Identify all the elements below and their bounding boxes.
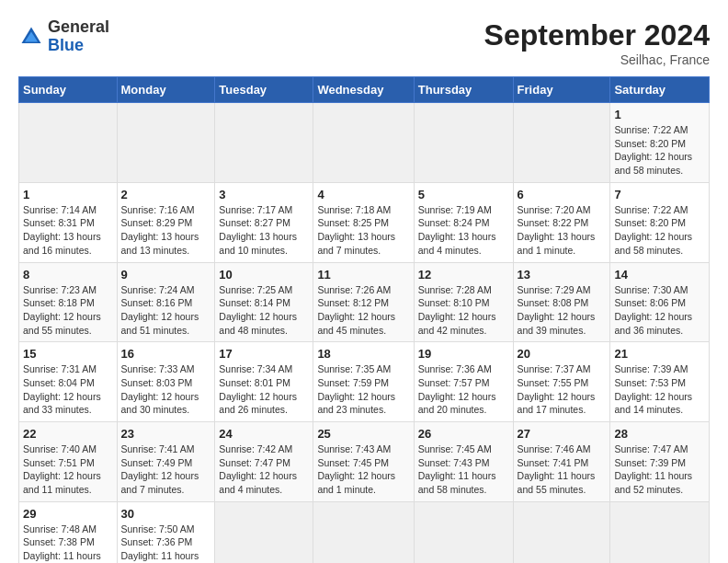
logo-blue-text: Blue bbox=[48, 36, 84, 54]
day-info: Sunrise: 7:23 AMSunset: 8:18 PMDaylight:… bbox=[23, 284, 101, 336]
calendar-cell: 22Sunrise: 7:40 AMSunset: 7:51 PMDayligh… bbox=[19, 422, 118, 502]
calendar-cell: 3Sunrise: 7:17 AMSunset: 8:27 PMDaylight… bbox=[215, 182, 313, 262]
day-info: Sunrise: 7:39 AMSunset: 7:53 PMDaylight:… bbox=[614, 363, 692, 415]
calendar-cell: 26Sunrise: 7:45 AMSunset: 7:43 PMDayligh… bbox=[414, 422, 513, 502]
calendar-table: SundayMondayTuesdayWednesdayThursdayFrid… bbox=[18, 76, 710, 563]
day-number: 11 bbox=[317, 268, 409, 282]
calendar-cell: 20Sunrise: 7:37 AMSunset: 7:55 PMDayligh… bbox=[513, 342, 610, 422]
day-number: 22 bbox=[23, 427, 113, 441]
calendar-cell bbox=[313, 103, 414, 183]
day-number: 1 bbox=[614, 108, 705, 121]
calendar-cell: 28Sunrise: 7:47 AMSunset: 7:39 PMDayligh… bbox=[610, 422, 710, 502]
day-info: Sunrise: 7:33 AMSunset: 8:03 PMDaylight:… bbox=[121, 363, 199, 415]
day-info: Sunrise: 7:24 AMSunset: 8:16 PMDaylight:… bbox=[121, 284, 199, 336]
day-number: 6 bbox=[518, 188, 607, 201]
calendar-cell: 6Sunrise: 7:20 AMSunset: 8:22 PMDaylight… bbox=[513, 182, 610, 262]
day-number: 4 bbox=[317, 188, 409, 201]
day-number: 2 bbox=[121, 188, 211, 201]
day-number: 7 bbox=[614, 188, 705, 201]
calendar-cell: 30Sunrise: 7:50 AMSunset: 7:36 PMDayligh… bbox=[117, 501, 215, 563]
day-info: Sunrise: 7:43 AMSunset: 7:45 PMDaylight:… bbox=[317, 443, 395, 495]
logo: General Blue bbox=[18, 18, 109, 55]
calendar-cell: 7Sunrise: 7:22 AMSunset: 8:20 PMDaylight… bbox=[610, 182, 710, 262]
calendar-cell: 13Sunrise: 7:29 AMSunset: 8:08 PMDayligh… bbox=[513, 262, 610, 342]
day-number: 30 bbox=[121, 507, 211, 521]
day-number: 8 bbox=[23, 268, 113, 282]
day-info: Sunrise: 7:48 AMSunset: 7:38 PMDaylight:… bbox=[23, 523, 101, 563]
weekday-header-row: SundayMondayTuesdayWednesdayThursdayFrid… bbox=[19, 77, 710, 103]
calendar-cell: 11Sunrise: 7:26 AMSunset: 8:12 PMDayligh… bbox=[313, 262, 414, 342]
day-number: 16 bbox=[121, 347, 211, 361]
calendar-cell: 24Sunrise: 7:42 AMSunset: 7:47 PMDayligh… bbox=[215, 422, 313, 502]
calendar-cell: 23Sunrise: 7:41 AMSunset: 7:49 PMDayligh… bbox=[117, 422, 215, 502]
calendar-cell: 1Sunrise: 7:22 AMSunset: 8:20 PMDaylight… bbox=[610, 103, 710, 183]
day-info: Sunrise: 7:25 AMSunset: 8:14 PMDaylight:… bbox=[219, 284, 297, 336]
day-number: 1 bbox=[23, 188, 113, 201]
calendar-cell: 12Sunrise: 7:28 AMSunset: 8:10 PMDayligh… bbox=[414, 262, 513, 342]
calendar-cell: 18Sunrise: 7:35 AMSunset: 7:59 PMDayligh… bbox=[313, 342, 414, 422]
calendar-week-row: 15Sunrise: 7:31 AMSunset: 8:04 PMDayligh… bbox=[19, 342, 710, 422]
calendar-cell bbox=[513, 103, 610, 183]
day-info: Sunrise: 7:30 AMSunset: 8:06 PMDaylight:… bbox=[614, 284, 692, 336]
day-number: 21 bbox=[614, 347, 705, 361]
calendar-cell bbox=[513, 501, 610, 563]
weekday-header-saturday: Saturday bbox=[610, 77, 710, 103]
calendar-week-row: 22Sunrise: 7:40 AMSunset: 7:51 PMDayligh… bbox=[19, 422, 710, 502]
day-number: 20 bbox=[518, 347, 607, 361]
logo-icon bbox=[18, 24, 44, 50]
calendar-cell: 8Sunrise: 7:23 AMSunset: 8:18 PMDaylight… bbox=[19, 262, 118, 342]
calendar-cell: 21Sunrise: 7:39 AMSunset: 7:53 PMDayligh… bbox=[610, 342, 710, 422]
weekday-header-sunday: Sunday bbox=[19, 77, 118, 103]
day-info: Sunrise: 7:40 AMSunset: 7:51 PMDaylight:… bbox=[23, 443, 101, 495]
day-info: Sunrise: 7:22 AMSunset: 8:20 PMDaylight:… bbox=[614, 204, 692, 256]
calendar-cell bbox=[414, 103, 513, 183]
day-number: 14 bbox=[614, 268, 705, 282]
day-info: Sunrise: 7:46 AMSunset: 7:41 PMDaylight:… bbox=[518, 443, 596, 495]
calendar-cell: 17Sunrise: 7:34 AMSunset: 8:01 PMDayligh… bbox=[215, 342, 313, 422]
calendar-cell: 29Sunrise: 7:48 AMSunset: 7:38 PMDayligh… bbox=[19, 501, 118, 563]
day-info: Sunrise: 7:35 AMSunset: 7:59 PMDaylight:… bbox=[317, 363, 395, 415]
title-block: September 2024 Seilhac, France bbox=[484, 18, 710, 67]
calendar-cell bbox=[414, 501, 513, 563]
day-number: 3 bbox=[219, 188, 309, 201]
day-number: 18 bbox=[317, 347, 409, 361]
calendar-cell: 27Sunrise: 7:46 AMSunset: 7:41 PMDayligh… bbox=[513, 422, 610, 502]
day-number: 10 bbox=[219, 268, 309, 282]
day-info: Sunrise: 7:41 AMSunset: 7:49 PMDaylight:… bbox=[121, 443, 199, 495]
day-number: 15 bbox=[23, 347, 113, 361]
weekday-header-wednesday: Wednesday bbox=[313, 77, 414, 103]
calendar-week-row: 1Sunrise: 7:14 AMSunset: 8:31 PMDaylight… bbox=[19, 182, 710, 262]
day-info: Sunrise: 7:37 AMSunset: 7:55 PMDaylight:… bbox=[518, 363, 596, 415]
calendar-cell: 9Sunrise: 7:24 AMSunset: 8:16 PMDaylight… bbox=[117, 262, 215, 342]
calendar-cell: 16Sunrise: 7:33 AMSunset: 8:03 PMDayligh… bbox=[117, 342, 215, 422]
calendar-cell bbox=[215, 103, 313, 183]
day-number: 25 bbox=[317, 427, 409, 441]
day-number: 12 bbox=[418, 268, 509, 282]
location: Seilhac, France bbox=[484, 52, 710, 67]
day-number: 19 bbox=[418, 347, 509, 361]
day-number: 26 bbox=[418, 427, 509, 441]
day-info: Sunrise: 7:36 AMSunset: 7:57 PMDaylight:… bbox=[418, 363, 496, 415]
day-number: 29 bbox=[23, 507, 113, 521]
day-info: Sunrise: 7:42 AMSunset: 7:47 PMDaylight:… bbox=[219, 443, 297, 495]
logo-general-text: General bbox=[48, 17, 109, 36]
calendar-cell bbox=[19, 103, 118, 183]
day-info: Sunrise: 7:20 AMSunset: 8:22 PMDaylight:… bbox=[518, 204, 596, 256]
calendar-cell bbox=[117, 103, 215, 183]
calendar-week-row: 29Sunrise: 7:48 AMSunset: 7:38 PMDayligh… bbox=[19, 501, 710, 563]
day-info: Sunrise: 7:14 AMSunset: 8:31 PMDaylight:… bbox=[23, 204, 101, 256]
calendar-cell: 19Sunrise: 7:36 AMSunset: 7:57 PMDayligh… bbox=[414, 342, 513, 422]
calendar-cell: 10Sunrise: 7:25 AMSunset: 8:14 PMDayligh… bbox=[215, 262, 313, 342]
calendar-cell: 15Sunrise: 7:31 AMSunset: 8:04 PMDayligh… bbox=[19, 342, 118, 422]
day-info: Sunrise: 7:18 AMSunset: 8:25 PMDaylight:… bbox=[317, 204, 395, 256]
day-info: Sunrise: 7:29 AMSunset: 8:08 PMDaylight:… bbox=[518, 284, 596, 336]
day-number: 5 bbox=[418, 188, 509, 201]
day-number: 23 bbox=[121, 427, 211, 441]
day-info: Sunrise: 7:19 AMSunset: 8:24 PMDaylight:… bbox=[418, 204, 496, 256]
calendar-week-row: 1Sunrise: 7:22 AMSunset: 8:20 PMDaylight… bbox=[19, 103, 710, 183]
calendar-cell bbox=[313, 501, 414, 563]
day-number: 9 bbox=[121, 268, 211, 282]
calendar-cell: 2Sunrise: 7:16 AMSunset: 8:29 PMDaylight… bbox=[117, 182, 215, 262]
day-number: 24 bbox=[219, 427, 309, 441]
day-number: 28 bbox=[614, 427, 705, 441]
